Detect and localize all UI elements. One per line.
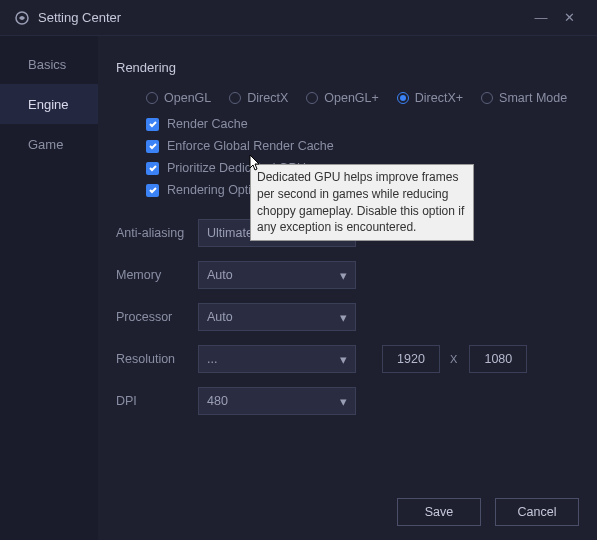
- radio-openglplus[interactable]: OpenGL+: [306, 91, 379, 105]
- chevron-down-icon: ▾: [340, 268, 347, 283]
- select-value: Ultimate: [207, 226, 253, 240]
- save-button[interactable]: Save: [397, 498, 481, 526]
- resolution-height[interactable]: 1080: [469, 345, 527, 373]
- radio-directxplus[interactable]: DirectX+: [397, 91, 463, 105]
- radio-icon: [481, 92, 493, 104]
- select-memory[interactable]: Auto▾: [198, 261, 356, 289]
- label-resolution: Resolution: [116, 352, 198, 366]
- checkbox-render-cache[interactable]: Render Cache: [146, 117, 597, 131]
- sidebar-item-label: Engine: [28, 97, 68, 112]
- radio-label: OpenGL: [164, 91, 211, 105]
- checkbox-icon: [146, 140, 159, 153]
- checkbox-label: Enforce Global Render Cache: [167, 139, 334, 153]
- select-resolution[interactable]: ...▾: [198, 345, 356, 373]
- radio-smartmode[interactable]: Smart Mode: [481, 91, 567, 105]
- select-value: 480: [207, 394, 228, 408]
- checkbox-icon: [146, 118, 159, 131]
- sidebar-item-game[interactable]: Game: [0, 124, 98, 164]
- chevron-down-icon: ▾: [340, 394, 347, 409]
- select-value: ...: [207, 352, 217, 366]
- resolution-multiply: X: [450, 353, 457, 365]
- sidebar-item-basics[interactable]: Basics: [0, 44, 98, 84]
- sidebar-item-label: Basics: [28, 57, 66, 72]
- label-dpi: DPI: [116, 394, 198, 408]
- cancel-button[interactable]: Cancel: [495, 498, 579, 526]
- radio-icon: [306, 92, 318, 104]
- radio-label: DirectX+: [415, 91, 463, 105]
- label-memory: Memory: [116, 268, 198, 282]
- close-button[interactable]: ✕: [555, 10, 583, 25]
- select-value: Auto: [207, 310, 233, 324]
- radio-icon: [146, 92, 158, 104]
- radio-label: Smart Mode: [499, 91, 567, 105]
- radio-directx[interactable]: DirectX: [229, 91, 288, 105]
- radio-icon: [397, 92, 409, 104]
- row-dpi: DPI 480▾: [116, 387, 597, 415]
- select-value: Auto: [207, 268, 233, 282]
- checkbox-enforce-global[interactable]: Enforce Global Render Cache: [146, 139, 597, 153]
- row-memory: Memory Auto▾: [116, 261, 597, 289]
- radio-icon: [229, 92, 241, 104]
- app-logo-icon: [14, 10, 30, 26]
- select-dpi[interactable]: 480▾: [198, 387, 356, 415]
- checkbox-label: Render Cache: [167, 117, 248, 131]
- section-title: Rendering: [116, 60, 597, 75]
- checkbox-icon: [146, 162, 159, 175]
- window-title: Setting Center: [38, 10, 527, 25]
- chevron-down-icon: ▾: [340, 352, 347, 367]
- render-mode-row: OpenGL DirectX OpenGL+ DirectX+ Smart Mo…: [146, 91, 597, 105]
- label-antialiasing: Anti-aliasing: [116, 226, 198, 240]
- resolution-width[interactable]: 1920: [382, 345, 440, 373]
- footer: Save Cancel: [397, 498, 579, 526]
- checkbox-icon: [146, 184, 159, 197]
- select-processor[interactable]: Auto▾: [198, 303, 356, 331]
- radio-label: OpenGL+: [324, 91, 379, 105]
- row-resolution: Resolution ...▾ 1920 X 1080: [116, 345, 597, 373]
- minimize-button[interactable]: —: [527, 10, 555, 25]
- radio-label: DirectX: [247, 91, 288, 105]
- label-processor: Processor: [116, 310, 198, 324]
- chevron-down-icon: ▾: [340, 310, 347, 325]
- row-processor: Processor Auto▾: [116, 303, 597, 331]
- radio-opengl[interactable]: OpenGL: [146, 91, 211, 105]
- tooltip: Dedicated GPU helps improve frames per s…: [250, 164, 474, 241]
- titlebar: Setting Center — ✕: [0, 0, 597, 36]
- main-panel: Rendering OpenGL DirectX OpenGL+ DirectX…: [98, 36, 597, 540]
- sidebar-item-engine[interactable]: Engine: [0, 84, 98, 124]
- sidebar: Basics Engine Game: [0, 36, 98, 540]
- sidebar-item-label: Game: [28, 137, 63, 152]
